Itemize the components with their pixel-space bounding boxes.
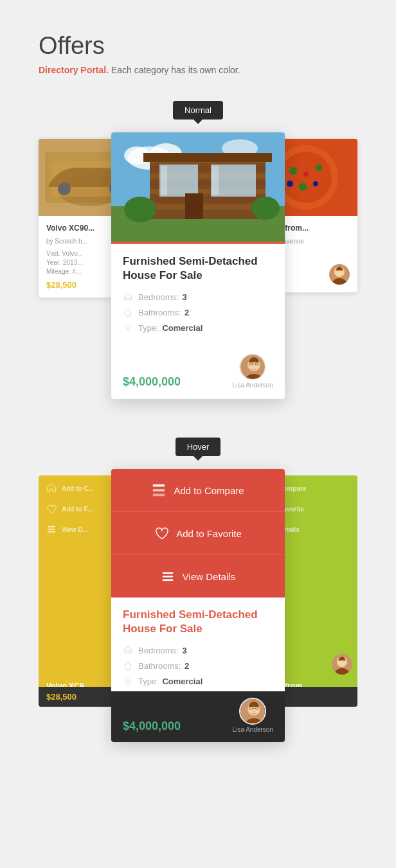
bedrooms-label: Bedrooms: bbox=[138, 292, 179, 302]
hover-card-footer: $4,000,000 bbox=[111, 691, 285, 742]
list-icon bbox=[161, 569, 175, 583]
hover-type-label: Type: bbox=[138, 677, 159, 686]
hover-overlay: Add to Compare Add to Favorite bbox=[111, 469, 285, 598]
gear-icon bbox=[123, 323, 133, 333]
agent-name: Lisa Anderson bbox=[233, 382, 273, 389]
subtitle-brand: Directory Portal. bbox=[39, 65, 109, 75]
bathrooms-detail: Bathrooms: 2 bbox=[123, 307, 273, 317]
hover-agent-avatar bbox=[239, 698, 266, 725]
favorite-label: Add to Favorite bbox=[176, 528, 242, 539]
svg-point-26 bbox=[251, 197, 280, 220]
hover-type-value: Comercial bbox=[162, 677, 203, 686]
main-card-image bbox=[111, 132, 285, 242]
svg-rect-54 bbox=[153, 494, 165, 497]
hover-left-label1: Add to C... bbox=[62, 485, 94, 492]
hover-house-icon bbox=[123, 645, 133, 655]
hover-bedrooms-detail: Bedrooms: 3 bbox=[123, 645, 273, 655]
bedrooms-value: 3 bbox=[183, 292, 187, 302]
type-value: Comercial bbox=[162, 323, 203, 333]
hover-card-body: Furnished Semi-Detached House For Sale B… bbox=[111, 598, 285, 686]
svg-rect-27 bbox=[185, 193, 203, 219]
hover-drop-icon bbox=[123, 660, 133, 671]
compare-icon bbox=[152, 483, 166, 497]
normal-cards-row: Volvo XC90... by Scratch b... Visit: Vol… bbox=[39, 132, 357, 399]
main-card-body: Furnished Semi-Detached House For Sale B… bbox=[111, 244, 285, 348]
main-card-title: Furnished Semi-Detached House For Sale bbox=[123, 254, 273, 283]
hover-bathrooms-value: 2 bbox=[184, 661, 189, 671]
main-card-price: $4,000,000 bbox=[123, 375, 181, 389]
main-card-footer: $4,000,000 bbox=[111, 348, 285, 399]
hover-agent-name: Lisa Anderson bbox=[233, 726, 273, 733]
hover-tooltip-row: Hover bbox=[39, 438, 357, 466]
svg-point-4 bbox=[58, 182, 71, 195]
drop-icon bbox=[123, 307, 133, 317]
right-card-avatar bbox=[329, 264, 350, 285]
compare-label: Add to Compare bbox=[174, 485, 244, 496]
svg-point-42 bbox=[299, 183, 307, 191]
hover-tooltip: Hover bbox=[176, 438, 221, 456]
svg-rect-18 bbox=[150, 197, 266, 202]
type-label: Type: bbox=[138, 323, 159, 333]
svg-rect-23 bbox=[212, 166, 219, 195]
hover-main-card[interactable]: Add to Compare Add to Favorite bbox=[111, 469, 285, 742]
svg-point-28 bbox=[127, 326, 129, 329]
hover-left-label3: View D... bbox=[62, 526, 88, 533]
svg-point-36 bbox=[253, 366, 255, 368]
details-label: View Details bbox=[183, 571, 235, 582]
svg-rect-49 bbox=[48, 526, 55, 527]
hover-bedrooms-value: 3 bbox=[183, 646, 187, 655]
favorite-action[interactable]: Add to Favorite bbox=[111, 512, 285, 555]
house-icon bbox=[123, 292, 133, 302]
svg-rect-50 bbox=[48, 529, 55, 530]
svg-rect-56 bbox=[163, 576, 174, 577]
svg-rect-55 bbox=[163, 572, 174, 574]
hover-type-detail: Type: Comercial bbox=[123, 676, 273, 686]
subtitle-rest: Each category has its own color. bbox=[109, 65, 240, 75]
svg-rect-57 bbox=[163, 580, 174, 581]
normal-tooltip: Normal bbox=[173, 101, 223, 120]
bathrooms-value: 2 bbox=[184, 308, 189, 317]
svg-rect-22 bbox=[161, 166, 167, 195]
svg-rect-53 bbox=[153, 489, 165, 492]
agent-info: Lisa Anderson bbox=[233, 353, 273, 389]
details-action[interactable]: View Details bbox=[111, 555, 285, 598]
svg-point-45 bbox=[303, 172, 309, 177]
page-subtitle: Directory Portal. Each category has its … bbox=[39, 65, 357, 75]
hover-bathrooms-detail: Bathrooms: 2 bbox=[123, 660, 273, 671]
page-title: Offers bbox=[39, 32, 357, 60]
hover-card-title: Furnished Semi-Detached House For Sale bbox=[123, 608, 273, 636]
svg-point-41 bbox=[316, 164, 322, 171]
agent-avatar bbox=[239, 353, 266, 380]
svg-point-39 bbox=[280, 152, 332, 203]
hover-agent-info: Lisa Anderson bbox=[233, 698, 273, 733]
svg-point-58 bbox=[127, 680, 129, 683]
bedrooms-detail: Bedrooms: 3 bbox=[123, 292, 273, 302]
svg-point-43 bbox=[313, 181, 318, 186]
hover-section: Hover Add to C... bbox=[39, 438, 357, 742]
svg-point-40 bbox=[289, 167, 297, 175]
normal-tooltip-row: Normal bbox=[39, 101, 357, 129]
svg-rect-51 bbox=[48, 531, 55, 533]
hover-cards-row: Add to C... Add to F... bbox=[39, 469, 357, 742]
hover-right-avatar bbox=[332, 654, 352, 675]
svg-point-44 bbox=[287, 181, 293, 187]
main-card: Furnished Semi-Detached House For Sale B… bbox=[111, 132, 285, 399]
svg-rect-52 bbox=[153, 484, 165, 487]
hover-card-price: $4,000,000 bbox=[123, 720, 181, 733]
hover-left-label2: Add to F... bbox=[62, 506, 93, 513]
hover-bedrooms-label: Bedrooms: bbox=[138, 646, 179, 655]
svg-rect-19 bbox=[150, 204, 266, 209]
svg-rect-24 bbox=[143, 153, 272, 162]
compare-action[interactable]: Add to Compare bbox=[111, 469, 285, 512]
svg-point-25 bbox=[124, 197, 156, 222]
hover-bathrooms-label: Bathrooms: bbox=[138, 661, 181, 671]
hover-gear-icon bbox=[123, 676, 133, 686]
svg-point-66 bbox=[253, 711, 255, 712]
type-detail: Type: Comercial bbox=[123, 323, 273, 333]
bathrooms-label: Bathrooms: bbox=[138, 308, 181, 317]
heart-icon bbox=[154, 526, 168, 540]
